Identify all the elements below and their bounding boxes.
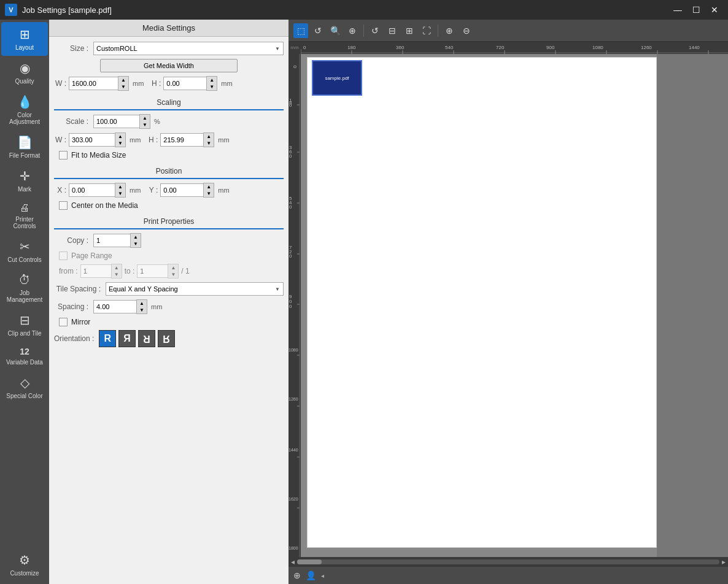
svg-text:1080: 1080 <box>288 348 298 352</box>
from-down[interactable]: ▼ <box>112 271 122 278</box>
zoom-out-tool[interactable]: 🔍 <box>328 23 343 38</box>
minimize-button[interactable]: — <box>669 1 686 18</box>
orientation-2[interactable]: R <box>138 330 155 347</box>
copy-down[interactable]: ▼ <box>131 240 141 247</box>
sidebar-item-color-adjustment[interactable]: 💧 Color Adjustment <box>1 90 48 130</box>
sidebar-item-label: Quality <box>15 78 34 85</box>
scroll-track[interactable] <box>297 559 719 564</box>
sidebar-item-cut-controls[interactable]: ✂ Cut Controls <box>1 234 48 268</box>
height-label: H : <box>149 79 161 88</box>
svg-text:1080: 1080 <box>592 45 603 50</box>
media-width-input[interactable] <box>69 77 118 90</box>
sidebar-item-special-color[interactable]: ◇ Special Color <box>1 371 48 404</box>
ruler-horizontal: 0 180 360 540 720 900 1080 <box>301 42 728 54</box>
sidebar-item-label: Cut Controls <box>7 256 42 263</box>
zoom-icon[interactable]: ⊕ <box>293 571 301 580</box>
sidebar-item-quality[interactable]: ◉ Quality <box>1 56 48 90</box>
scale-unit: % <box>154 118 160 125</box>
to-up[interactable]: ▲ <box>168 264 178 271</box>
undo-tool[interactable]: ↺ <box>368 23 382 38</box>
toolbar-divider-2 <box>438 25 438 37</box>
scroll-right-icon[interactable]: ▸ <box>722 558 726 566</box>
scale-width-up[interactable]: ▲ <box>115 133 125 140</box>
orientation-0[interactable]: R <box>99 330 116 347</box>
to-input[interactable] <box>137 264 168 278</box>
sidebar-item-file-format[interactable]: 📄 File Format <box>1 130 48 164</box>
scale-up[interactable]: ▲ <box>140 115 150 121</box>
scale-width-input[interactable] <box>69 133 115 147</box>
sidebar-item-clip-and-tile[interactable]: ⊟ Clip and Tile <box>1 308 48 342</box>
scale-height-up[interactable]: ▲ <box>204 133 214 140</box>
media-height-down[interactable]: ▼ <box>207 83 217 90</box>
scroll-thumb[interactable] <box>297 559 322 564</box>
spacing-down[interactable]: ▼ <box>137 307 147 313</box>
pointer-tool[interactable]: ⬚ <box>293 23 308 38</box>
media-size-section: Size : CustomROLL A4 A3 Letter Get Media… <box>54 42 284 91</box>
rotate-left-tool[interactable]: ↺ <box>311 23 325 38</box>
scale-height-input[interactable] <box>160 133 203 147</box>
scale-label: Scale : <box>54 117 91 126</box>
tile-tool[interactable]: ⊟ <box>385 23 400 38</box>
quality-icon: ◉ <box>20 61 30 75</box>
media-height-up[interactable]: ▲ <box>207 77 217 83</box>
close-button[interactable]: ✕ <box>706 1 723 18</box>
canvas-area[interactable]: sample.pdf <box>301 54 728 557</box>
x-input[interactable] <box>69 183 115 197</box>
center-media-checkbox[interactable] <box>59 201 68 210</box>
sidebar-item-layout[interactable]: ⊞ Layout <box>1 22 48 56</box>
x-label: X : <box>54 186 66 194</box>
svg-text:1260: 1260 <box>641 45 652 50</box>
zoom-add-tool[interactable]: ⊕ <box>442 23 457 38</box>
media-width-up[interactable]: ▲ <box>118 77 128 83</box>
copy-up[interactable]: ▲ <box>131 234 141 240</box>
sidebar-item-variable-data[interactable]: 12 Variable Data <box>1 342 48 371</box>
media-height-input[interactable] <box>163 77 206 90</box>
mirror-checkbox[interactable] <box>59 318 68 326</box>
tile-spacing-select[interactable]: Equal X and Y Spacing Different X and Y … <box>106 282 284 296</box>
panel-header: Media Settings <box>49 20 288 37</box>
color-adjustment-icon: 💧 <box>17 94 33 109</box>
fit-media-checkbox[interactable] <box>59 151 68 159</box>
maximize-button[interactable]: ☐ <box>687 1 705 18</box>
scale-down[interactable]: ▼ <box>140 121 150 128</box>
sidebar-item-customize[interactable]: ⚙ Customize <box>1 548 48 582</box>
svg-text:0: 0 <box>289 153 292 159</box>
special-color-icon: ◇ <box>20 375 29 390</box>
to-down[interactable]: ▼ <box>168 271 178 278</box>
spacing-up[interactable]: ▲ <box>137 300 147 307</box>
center-media-label: Center on the Media <box>71 201 138 210</box>
spacing-input[interactable] <box>93 300 136 313</box>
orientation-1[interactable]: R <box>118 330 136 347</box>
x-down[interactable]: ▼ <box>115 190 125 197</box>
scroll-left-icon[interactable]: ◂ <box>291 558 295 566</box>
get-media-width-button[interactable]: Get Media Width <box>100 59 238 72</box>
horizontal-scrollbar[interactable]: ◂ ▸ <box>288 557 728 567</box>
page-range-checkbox[interactable] <box>59 252 68 260</box>
fullscreen-tool[interactable]: ⛶ <box>419 23 434 38</box>
ruler-corner: mm <box>288 42 301 54</box>
zoom-remove-tool[interactable]: ⊖ <box>459 23 474 38</box>
y-input[interactable] <box>160 183 203 197</box>
orientation-label: Orientation : <box>54 334 96 343</box>
person-icon[interactable]: 👤 <box>306 571 316 580</box>
scale-width-down[interactable]: ▼ <box>115 140 125 147</box>
sidebar-item-printer-controls[interactable]: 🖨 Printer Controls <box>1 198 48 234</box>
sidebar-item-mark[interactable]: ✛ Mark <box>1 164 48 198</box>
svg-text:0: 0 <box>292 65 298 68</box>
mark-icon: ✛ <box>20 169 30 183</box>
size-select[interactable]: CustomROLL A4 A3 Letter <box>93 42 284 55</box>
copy-input[interactable] <box>93 234 130 247</box>
y-up[interactable]: ▲ <box>204 183 214 190</box>
scale-input[interactable] <box>93 115 139 128</box>
from-input[interactable] <box>80 264 111 278</box>
scale-height-down[interactable]: ▼ <box>204 140 214 147</box>
x-up[interactable]: ▲ <box>115 183 125 190</box>
from-up[interactable]: ▲ <box>112 264 122 271</box>
y-down[interactable]: ▼ <box>204 190 214 197</box>
zoom-in-tool[interactable]: ⊕ <box>345 23 360 38</box>
fit-tool[interactable]: ⊞ <box>402 23 417 38</box>
sidebar-item-job-management[interactable]: ⏱ Job Management <box>1 268 48 308</box>
orientation-3[interactable]: R <box>158 330 175 347</box>
media-width-down[interactable]: ▼ <box>118 83 128 90</box>
svg-text:1440: 1440 <box>689 45 700 50</box>
